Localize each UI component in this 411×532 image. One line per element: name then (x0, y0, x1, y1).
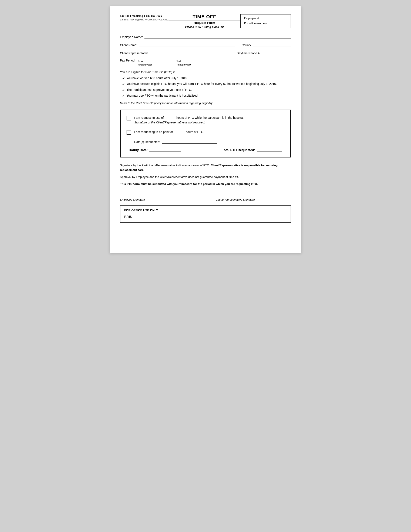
sat-label: Sat: (176, 60, 182, 63)
dates-label: Date(s) Requested: (134, 140, 160, 144)
sig-note-3-bold: This PTO form must be submitted with you… (120, 182, 258, 186)
client-name-row: Client Name: County (120, 43, 291, 47)
employee-name-input[interactable] (144, 35, 291, 39)
ppe-label: P.P.E. (124, 215, 132, 218)
ppe-input[interactable] (134, 214, 163, 218)
fax-label: Fax Toll Free using 1-888-800-7336 (120, 14, 168, 18)
signature-notes: Signature by the Participant/Representat… (120, 163, 291, 187)
hourly-rate-group: Hourly Rate: (129, 147, 181, 152)
eligibility-list: ✓ You have worked 600 hours after July 1… (120, 76, 291, 99)
checkmark-icon: ✓ (122, 93, 125, 99)
employee-sig-group: Employee Signature (120, 191, 195, 201)
daytime-phone-input[interactable] (261, 51, 291, 55)
email-label: Email to: Payroll@MRCIWORKSOURCE.ORG (120, 18, 168, 21)
checkbox-2[interactable] (127, 130, 131, 135)
total-pto-group: Total PTO Requested: (222, 147, 282, 152)
checkbox-1[interactable] (127, 116, 131, 120)
dates-input[interactable] (162, 139, 217, 144)
employee-name-row: Employee Name: (120, 35, 291, 39)
list-item: ✓ The Participant has approved to your u… (122, 87, 291, 93)
hourly-rate-label: Hourly Rate: (129, 148, 148, 152)
eligibility-item-3: The Participant has approved to your use… (127, 87, 192, 93)
county-group: County (242, 43, 291, 47)
client-rep-row: Client Representative: Daytime Phone # (120, 51, 291, 55)
request2-text-before: I am requesting to be paid for (134, 130, 174, 134)
office-use-label: For office use only (244, 22, 287, 25)
hourly-total-row: Hourly Rate: Total PTO Requested: (127, 147, 284, 152)
request-box: I am requesting use of hours of PTO whil… (120, 110, 291, 157)
daytime-phone-group: Daytime Phone # (237, 51, 291, 55)
sig-note-2: Approval by Employee and the Client/Repr… (120, 175, 291, 180)
title-sub: Request Form (168, 20, 240, 24)
request2-hours-input[interactable] (174, 131, 185, 134)
checkmark-icon: ✓ (122, 87, 125, 93)
request-item-2-text: I am requesting to be paid for hours of … (134, 130, 204, 134)
request-item-2: I am requesting to be paid for hours of … (127, 130, 284, 135)
checkmark-icon: ✓ (122, 82, 125, 87)
sun-input[interactable] (144, 59, 170, 63)
request1-hours-input[interactable] (164, 116, 176, 120)
header: Fax Toll Free using 1-888-800-7336 Email… (120, 14, 291, 28)
county-input[interactable] (253, 43, 291, 47)
eligibility-item-4: You may use PTO when the participant is … (127, 93, 198, 98)
dates-requested-row: Date(s) Requested: (127, 139, 284, 144)
header-right: Employee # For office use only (240, 14, 291, 28)
sat-input[interactable] (183, 59, 208, 63)
county-label: County (242, 43, 251, 47)
client-name-label: Client Name: (120, 43, 137, 47)
form-fields: Employee Name: Client Name: County Clien… (120, 35, 291, 66)
list-item: ✓ You have accrued eligible PTO hours; y… (122, 82, 291, 87)
office-use-title: FOR OFFICE USE ONLY: (124, 209, 287, 212)
employee-number-field: Employee # (244, 17, 287, 20)
client-sig-line[interactable] (216, 191, 291, 197)
client-sig-label: Client/Representative Signature (216, 198, 291, 201)
pay-period-label: Pay Period: (120, 59, 135, 62)
eligibility-title: You are eligible for Paid Time Off (PTO)… (120, 70, 291, 75)
total-pto-label: Total PTO Requested: (222, 148, 255, 152)
list-item: ✓ You may use PTO when the participant i… (122, 93, 291, 99)
client-name-input[interactable] (139, 43, 235, 47)
employee-name-label: Employee Name: (120, 35, 143, 39)
header-center: TIME OFF Request Form Please PRINT using… (168, 14, 240, 28)
signature-lines-row: Employee Signature Client/Representative… (120, 191, 291, 201)
daytime-phone-label: Daytime Phone # (237, 51, 260, 55)
client-rep-label: Client Representative: (120, 51, 149, 55)
sun-label: Sun: (137, 60, 144, 63)
checkmark-icon: ✓ (122, 76, 125, 81)
eligibility-item-2: You have accrued eligible PTO hours; you… (127, 82, 277, 87)
list-item: ✓ You have worked 600 hours after July 1… (122, 76, 291, 81)
client-rep-input[interactable] (151, 51, 230, 55)
sig-note-1-normal: Signature by the Participant/Representat… (120, 164, 210, 167)
hourly-rate-input[interactable] (149, 147, 181, 152)
client-sig-group: Client/Representative Signature (216, 191, 291, 201)
employee-number-label: Employee # (244, 17, 259, 20)
request-item-1: I am requesting use of hours of PTO whil… (127, 115, 284, 125)
sig-note-1: Signature by the Participant/Representat… (120, 163, 291, 173)
eligibility-item-1: You have worked 600 hours after July 1, … (127, 76, 187, 81)
total-pto-input[interactable] (257, 147, 282, 152)
sun-field-wrap: Sun: (mm/dd/year) (137, 59, 170, 66)
request2-text-after: hours of PTO. (185, 130, 204, 134)
request1-italic-note: Signature of the Client/Representative i… (134, 120, 244, 125)
pay-period-row: Pay Period: Sun: (mm/dd/year) Sat: (mm/d… (120, 59, 291, 66)
request1-text-before: I am requesting use of (134, 116, 164, 119)
pay-period-group: Sun: (mm/dd/year) Sat: (mm/dd/year) (137, 59, 208, 66)
sat-format-hint: (mm/dd/year) (176, 63, 191, 66)
employee-sig-line[interactable] (120, 191, 195, 197)
request1-text-after: hours of PTO while the participant is in… (176, 116, 244, 119)
title-main: TIME OFF (168, 14, 240, 19)
sig-note-3: This PTO form must be submitted with you… (120, 182, 291, 187)
eligibility-note: Refer to the Paid Time Off policy for mo… (120, 101, 291, 106)
employee-sig-label: Employee Signature (120, 198, 195, 201)
eligibility-section: You are eligible for Paid Time Off (PTO)… (120, 70, 291, 106)
page: Fax Toll Free using 1-888-800-7336 Email… (110, 6, 301, 253)
title-italic: Please PRINT using black ink (168, 25, 240, 28)
sun-format-hint: (mm/dd/year) (137, 63, 152, 66)
sat-field-wrap: Sat: (mm/dd/year) (176, 59, 208, 66)
ppe-row: P.P.E. (124, 214, 287, 218)
request-item-1-text: I am requesting use of hours of PTO whil… (134, 115, 244, 125)
header-left: Fax Toll Free using 1-888-800-7336 Email… (120, 14, 168, 21)
employee-number-value[interactable] (260, 17, 287, 20)
office-use-box: FOR OFFICE USE ONLY: P.P.E. (120, 205, 291, 223)
